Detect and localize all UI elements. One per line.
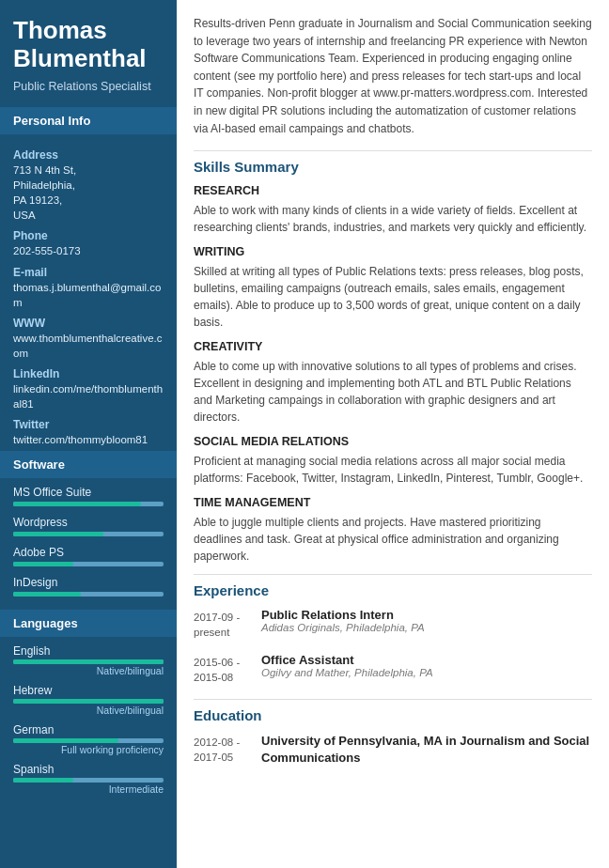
main-content: Results-driven Penn graduate in Journali… xyxy=(177,0,609,868)
skill-heading: SOCIAL MEDIA RELATIONS xyxy=(194,435,592,448)
phone-label: Phone xyxy=(13,229,164,242)
language-name: Spanish xyxy=(13,763,164,776)
exp-date: 2017-09 - present xyxy=(194,608,261,640)
skill-item: WRITING Skilled at writing all types of … xyxy=(194,245,592,331)
divider-experience xyxy=(194,574,592,575)
edu-degree: University of Pennsylvania, MA in Journa… xyxy=(261,733,592,767)
software-section: Software MS Office Suite Wordpress Adobe… xyxy=(0,451,177,610)
exp-date: 2015-06 - 2015-08 xyxy=(194,653,261,685)
skill-desc: Able to come up with innovative solution… xyxy=(194,358,592,426)
twitter-value: twitter.com/thommybloom81 xyxy=(13,432,164,447)
language-bar-fill xyxy=(13,699,164,704)
skill-desc: Able to juggle multiple clients and proj… xyxy=(194,514,592,565)
software-bar-fill xyxy=(13,562,73,566)
education-list: 2012-08 - 2017-05 University of Pennsylv… xyxy=(194,733,592,767)
software-bar-bg xyxy=(13,562,164,566)
software-bar-bg xyxy=(13,502,164,506)
skill-desc: Skilled at writing all types of Public R… xyxy=(194,263,592,331)
skills-title: Skills Summary xyxy=(194,159,592,175)
candidate-title: Public Relations Specialist xyxy=(13,79,164,94)
software-name: InDesign xyxy=(13,576,164,589)
languages-body: English Native/bilingual Hebrew Native/b… xyxy=(0,637,177,806)
experience-item: 2017-09 - present Public Relations Inter… xyxy=(194,608,592,640)
skill-heading: WRITING xyxy=(194,245,592,258)
edu-date: 2012-08 - 2017-05 xyxy=(194,733,261,767)
sidebar-header: Thomas Blumenthal Public Relations Speci… xyxy=(0,0,177,107)
languages-header: Languages xyxy=(0,610,177,637)
language-bar-bg xyxy=(13,659,164,664)
email-value: thomas.j.blumenthal@gmail.com xyxy=(13,280,164,310)
software-item: Wordpress xyxy=(13,516,164,536)
exp-company: Adidas Originals, Philadelphia, PA xyxy=(261,622,592,633)
language-level: Native/bilingual xyxy=(13,705,164,716)
language-bar-fill xyxy=(13,659,164,664)
exp-detail: Public Relations Intern Adidas Originals… xyxy=(261,608,592,640)
software-name: Wordpress xyxy=(13,516,164,529)
software-bar-fill xyxy=(13,592,81,597)
exp-title: Public Relations Intern xyxy=(261,608,592,622)
language-bar-fill xyxy=(13,738,118,743)
candidate-name: Thomas Blumenthal xyxy=(13,17,164,73)
experience-item: 2015-06 - 2015-08 Office Assistant Ogilv… xyxy=(194,653,592,685)
address-label: Address xyxy=(13,148,164,162)
language-bar-bg xyxy=(13,778,164,783)
skills-list: RESEARCH Able to work with many kinds of… xyxy=(194,184,592,565)
summary-text: Results-driven Penn graduate in Journali… xyxy=(194,15,592,137)
language-bar-bg xyxy=(13,699,164,704)
www-value: www.thomblumenthalcreative.com xyxy=(13,331,164,361)
language-level: Full working proficiency xyxy=(13,744,164,755)
language-item: German Full working proficiency xyxy=(13,723,164,755)
language-item: Hebrew Native/bilingual xyxy=(13,684,164,716)
skill-item: SOCIAL MEDIA RELATIONS Proficient at man… xyxy=(194,435,592,487)
linkedin-label: LinkedIn xyxy=(13,367,164,380)
exp-title: Office Assistant xyxy=(261,653,592,667)
email-label: E-mail xyxy=(13,266,164,279)
skill-heading: TIME MANAGEMENT xyxy=(194,496,592,509)
twitter-label: Twitter xyxy=(13,418,164,431)
exp-company: Ogilvy and Mather, Philadelphia, PA xyxy=(261,667,592,678)
language-level: Intermediate xyxy=(13,783,164,795)
language-name: German xyxy=(13,723,164,736)
address-value: 713 N 4th St,Philadelphia,PA 19123,USA xyxy=(13,163,164,223)
edu-detail: University of Pennsylvania, MA in Journa… xyxy=(261,733,592,767)
skill-item: RESEARCH Able to work with many kinds of… xyxy=(194,184,592,236)
software-item: MS Office Suite xyxy=(13,486,164,506)
skill-item: CREATIVITY Able to come up with innovati… xyxy=(194,340,592,426)
skill-heading: CREATIVITY xyxy=(194,340,592,353)
personal-info-section: Personal Info Address 713 N 4th St,Phila… xyxy=(0,107,177,451)
linkedin-value: linkedin.com/me/thomblumenthal81 xyxy=(13,381,164,411)
divider-education xyxy=(194,699,592,700)
divider-skills xyxy=(194,150,592,151)
software-item: Adobe PS xyxy=(13,546,164,566)
sidebar: Thomas Blumenthal Public Relations Speci… xyxy=(0,0,177,868)
software-bar-bg xyxy=(13,592,164,597)
language-bar-fill xyxy=(13,778,73,783)
software-bar-fill xyxy=(13,532,103,536)
language-bar-bg xyxy=(13,738,164,743)
language-item: English Native/bilingual xyxy=(13,644,164,676)
education-item: 2012-08 - 2017-05 University of Pennsylv… xyxy=(194,733,592,767)
experience-title: Experience xyxy=(194,582,592,598)
exp-detail: Office Assistant Ogilvy and Mather, Phil… xyxy=(261,653,592,685)
languages-section: Languages English Native/bilingual Hebre… xyxy=(0,610,177,806)
personal-info-header: Personal Info xyxy=(0,107,177,134)
language-level: Native/bilingual xyxy=(13,665,164,676)
software-name: MS Office Suite xyxy=(13,486,164,499)
language-item: Spanish Intermediate xyxy=(13,763,164,795)
language-name: Hebrew xyxy=(13,684,164,697)
phone-value: 202-555-0173 xyxy=(13,243,164,258)
software-name: Adobe PS xyxy=(13,546,164,559)
language-name: English xyxy=(13,644,164,658)
software-item: InDesign xyxy=(13,576,164,597)
skill-desc: Proficient at managing social media rela… xyxy=(194,453,592,487)
personal-info-body: Address 713 N 4th St,Philadelphia,PA 191… xyxy=(0,134,177,451)
skill-desc: Able to work with many kinds of clients … xyxy=(194,202,592,236)
software-bar-fill xyxy=(13,502,141,506)
www-label: WWW xyxy=(13,317,164,330)
skill-heading: RESEARCH xyxy=(194,184,592,197)
education-title: Education xyxy=(194,707,592,723)
software-header: Software xyxy=(0,451,177,478)
experience-list: 2017-09 - present Public Relations Inter… xyxy=(194,608,592,685)
software-body: MS Office Suite Wordpress Adobe PS InDes… xyxy=(0,478,177,610)
skill-item: TIME MANAGEMENT Able to juggle multiple … xyxy=(194,496,592,565)
